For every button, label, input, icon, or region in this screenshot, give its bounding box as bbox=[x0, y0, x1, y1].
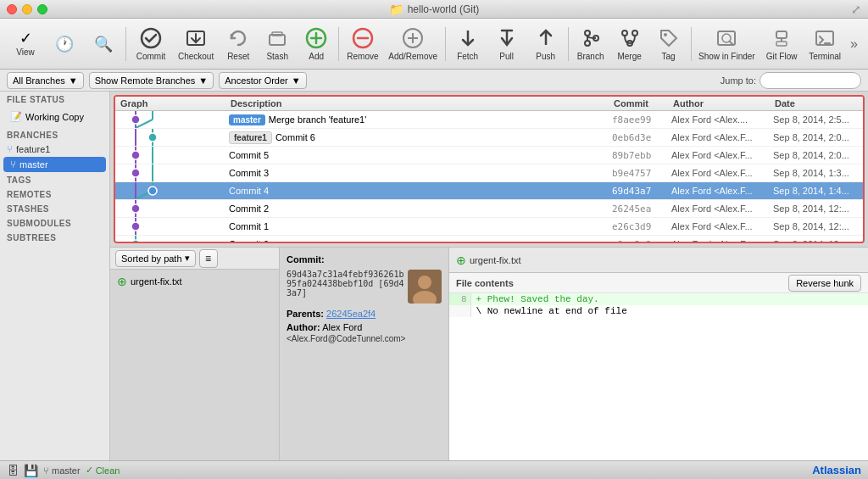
feature1-tag: feature1 bbox=[229, 131, 272, 144]
commit-author: Alex Ford <Alex.F... bbox=[668, 148, 770, 162]
fetch-label: Fetch bbox=[457, 52, 478, 61]
branch-icon: ⑂ bbox=[7, 143, 13, 155]
view-options-button[interactable]: ≡ bbox=[199, 249, 218, 268]
database-icon: 🗄 bbox=[7, 464, 19, 477]
atlassian-logo: Atlassian bbox=[812, 464, 861, 476]
svg-point-56 bbox=[131, 204, 140, 213]
desc-cell: Commit 2 bbox=[225, 202, 609, 215]
commit-email: <Alex.Ford@CodeTunnel.com> bbox=[287, 334, 442, 343]
reset-button[interactable]: Reset bbox=[220, 22, 257, 66]
commit-row[interactable]: Commit 3 b9e4757 Alex Ford <Alex.F... Se… bbox=[115, 164, 863, 182]
minimize-button[interactable] bbox=[22, 4, 32, 14]
commit-info-panel: Commit: 69d43a7c31a4febf936261b95fa02443… bbox=[280, 248, 449, 460]
merge-label: Merge bbox=[617, 52, 641, 61]
separator-5 bbox=[691, 27, 692, 61]
svg-point-18 bbox=[585, 41, 590, 46]
svg-point-41 bbox=[148, 133, 157, 142]
remote-filter[interactable]: Show Remote Branches ▼ bbox=[89, 72, 214, 89]
branch-button[interactable]: Branch bbox=[572, 22, 609, 66]
author-column-header: Author bbox=[668, 97, 770, 110]
diff-subheader: File contents Reverse hunk bbox=[449, 273, 868, 293]
parent-link[interactable]: 26245ea2f4 bbox=[326, 309, 376, 319]
svg-point-21 bbox=[622, 31, 627, 36]
commit-hash: 26245ea bbox=[609, 202, 668, 216]
commit-author: Alex Ford <Alex.F... bbox=[668, 220, 770, 233]
commit-row[interactable]: Commit 2 26245ea Alex Ford <Alex.F... Se… bbox=[115, 200, 863, 218]
branch-label: Branch bbox=[577, 52, 604, 61]
commit-hash: b9e4757 bbox=[609, 166, 668, 181]
commit-author: Alex Ford <Alex.F... bbox=[668, 131, 770, 144]
graph-svg bbox=[119, 200, 220, 217]
addremove-button[interactable]: Add/Remove bbox=[385, 22, 442, 66]
reverse-hunk-button[interactable]: Reverse hunk bbox=[788, 275, 861, 292]
svg-point-45 bbox=[131, 151, 140, 159]
stash-button[interactable]: Stash bbox=[259, 22, 296, 66]
sidebar-item-feature1[interactable]: ⑂ feature1 bbox=[0, 142, 109, 157]
jump-to-input[interactable] bbox=[760, 72, 861, 89]
commit-table-header: Graph Description Commit Author Date bbox=[115, 97, 863, 111]
commit-author: Alex Ford <Alex.F... bbox=[668, 237, 770, 243]
commit-hash: e26c3d9 bbox=[609, 220, 668, 234]
commit-button[interactable]: Commit bbox=[130, 22, 172, 66]
gitflow-button[interactable]: Git Flow bbox=[760, 22, 803, 66]
commit-row[interactable]: Commit 5 89b7ebb Alex Ford <Alex.F... Se… bbox=[115, 147, 863, 164]
master-tag: master bbox=[229, 114, 265, 125]
search-button[interactable]: 🔍 bbox=[85, 22, 122, 66]
commit-row[interactable]: feature1 Commit 6 0eb6d3e Alex Ford <Ale… bbox=[115, 129, 863, 147]
sort-button[interactable]: Sorted by path ▾ bbox=[115, 250, 196, 267]
commit-date: Sep 8, 2014, 2:5... bbox=[770, 113, 863, 126]
pull-label: Pull bbox=[499, 52, 514, 61]
commit-row[interactable]: Commit 0 a9ca2c9 Alex Ford <Alex.F... Se… bbox=[115, 236, 863, 243]
commit-sha: 69d43a7c31a4febf936261b95fa024438bebf10d… bbox=[287, 270, 404, 298]
status-branch[interactable]: ⑂ master bbox=[43, 465, 81, 476]
chevron-down-icon: ▼ bbox=[198, 75, 208, 86]
graph-column-header: Graph bbox=[115, 97, 225, 110]
branch-filter[interactable]: All Branches ▼ bbox=[7, 72, 84, 89]
desc-cell: Commit 4 bbox=[225, 184, 609, 198]
graph-cell bbox=[115, 129, 225, 146]
view-button[interactable]: ✓ View bbox=[7, 22, 44, 66]
file-entries: ⊕ urgent-fix.txt bbox=[110, 270, 279, 460]
diff-line: \ No newline at end of file bbox=[449, 305, 868, 317]
subtrees-header: SUBTREES bbox=[0, 230, 109, 244]
close-button[interactable] bbox=[7, 4, 17, 14]
order-filter[interactable]: Ancestor Order ▼ bbox=[219, 72, 306, 89]
remotes-header: REMOTES bbox=[0, 187, 109, 201]
commit-date: Sep 8, 2014, 12:... bbox=[770, 220, 863, 233]
tag-button[interactable]: Tag bbox=[650, 22, 687, 66]
bottom-panel: Sorted by path ▾ ≡ ⊕ urgent-fix.txt Comm… bbox=[110, 247, 868, 460]
finder-button[interactable]: Show in Finder bbox=[695, 22, 760, 66]
sidebar-item-master[interactable]: ⑂ master bbox=[3, 157, 106, 172]
push-button[interactable]: Push bbox=[527, 22, 565, 66]
svg-point-0 bbox=[142, 29, 160, 47]
hdd-icon: 💾 bbox=[24, 464, 38, 477]
sidebar: FILE STATUS 📝 Working Copy BRANCHES ⑂ fe… bbox=[0, 92, 110, 460]
pull-button[interactable]: Pull bbox=[488, 22, 526, 66]
terminal-button[interactable]: Terminal bbox=[804, 22, 845, 66]
diff-line: 8 + Phew! Saved the day. bbox=[449, 293, 868, 305]
fetch-button[interactable]: Fetch bbox=[449, 22, 487, 66]
graph-svg bbox=[119, 129, 220, 146]
remove-button[interactable]: Remove bbox=[342, 22, 382, 66]
merge-icon bbox=[618, 26, 642, 50]
commit-date: Sep 8, 2014, 1:4... bbox=[770, 184, 863, 198]
separator-1 bbox=[125, 27, 126, 61]
merge-button[interactable]: Merge bbox=[611, 22, 648, 66]
file-entry[interactable]: ⊕ urgent-fix.txt bbox=[110, 273, 279, 290]
history-button[interactable]: 🕐 bbox=[46, 22, 83, 66]
more-button[interactable]: » bbox=[847, 36, 861, 52]
line-content: \ No newline at end of file bbox=[470, 305, 868, 317]
chevron-down-icon: ▼ bbox=[292, 75, 301, 86]
working-copy-item[interactable]: 📝 Working Copy bbox=[7, 109, 103, 124]
commit-row[interactable]: Commit 1 e26c3d9 Alex Ford <Alex.F... Se… bbox=[115, 218, 863, 236]
graph-cell bbox=[115, 200, 225, 217]
commit-parents: Parents: 26245ea2f4 bbox=[287, 309, 442, 319]
commit-row[interactable]: master Merge branch 'feature1' f8aee99 A… bbox=[115, 111, 863, 129]
checkout-button[interactable]: Checkout bbox=[174, 22, 218, 66]
add-button[interactable]: Add bbox=[298, 22, 335, 66]
maximize-button[interactable] bbox=[37, 4, 47, 14]
commit-row[interactable]: Commit 4 69d43a7 Alex Ford <Alex.F... Se… bbox=[115, 182, 863, 200]
branch-icon bbox=[579, 26, 603, 50]
terminal-icon bbox=[813, 26, 837, 50]
graph-svg bbox=[119, 182, 220, 199]
